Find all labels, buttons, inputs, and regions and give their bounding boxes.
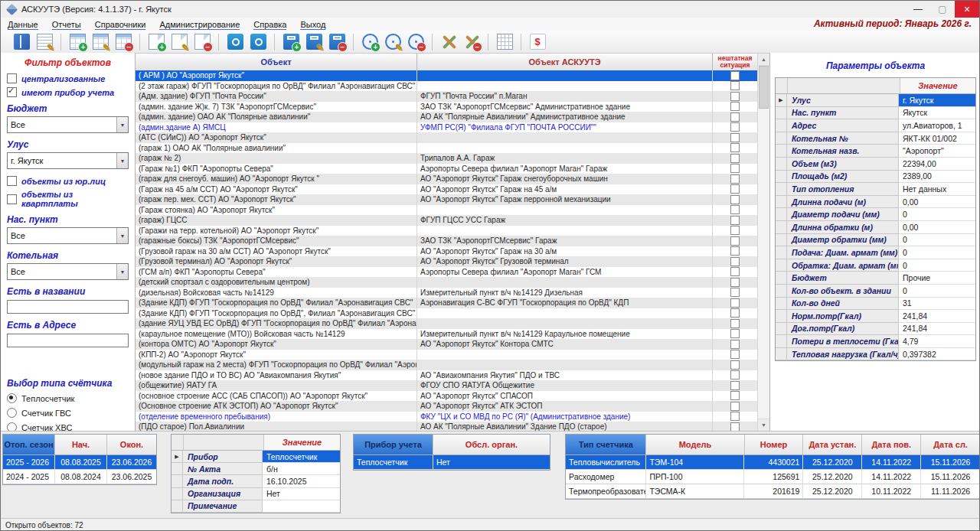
vertical-scrollbar[interactable]: ▲ ▼ <box>757 54 769 431</box>
emergency-checkbox[interactable] <box>730 402 740 411</box>
param-row[interactable]: Объем (м3) 22394,00 <box>776 158 975 171</box>
object-row[interactable]: (гараж для снегоуб. машин) АО "Аэропорт … <box>136 174 757 184</box>
object-row[interactable]: (дизельная) Войсковая часть №14129 Измер… <box>136 288 757 298</box>
emergency-checkbox[interactable] <box>730 174 740 184</box>
object-row[interactable]: (модульный гараж на 2 места) ФГУП "Госко… <box>136 360 757 370</box>
tools-delete-icon[interactable]: − <box>460 31 483 52</box>
finance-dollar-icon[interactable] <box>526 31 549 52</box>
emergency-checkbox[interactable] <box>730 195 740 204</box>
doc-delete-icon[interactable]: − <box>191 31 214 52</box>
device-icon-1[interactable] <box>224 31 247 52</box>
object-row[interactable]: (2 этаж гараж) ФГУП "Госкорпорация по Ор… <box>136 81 757 92</box>
budget-select[interactable]: Все ▾ <box>7 116 129 133</box>
device-prop-row[interactable]: Дата подп. 16.10.2025 <box>172 475 340 487</box>
scroll-down-icon[interactable]: ▼ <box>758 419 769 431</box>
emergency-checkbox[interactable] <box>730 226 740 235</box>
param-value[interactable]: 0,00 <box>899 196 975 209</box>
table-delete-icon[interactable]: − <box>112 31 135 52</box>
object-row[interactable]: (Грузовой терминал) АО "Аэропорт Якутск"… <box>136 256 757 267</box>
object-row[interactable]: (админ.здание А) ЯМСЦ УФМП РС(Я) "Филиал… <box>136 122 757 133</box>
device-prop-row[interactable]: Прибор Теплосчетчик <box>172 451 340 463</box>
device-prop-value[interactable]: Нет <box>263 488 340 500</box>
meter-delete-icon[interactable]: − <box>404 31 427 52</box>
node-delete-icon[interactable]: − <box>325 31 348 52</box>
param-value[interactable]: 2389,00 <box>899 171 975 184</box>
meter-add-icon[interactable]: + <box>358 31 381 52</box>
param-value[interactable]: Прочие <box>899 272 975 285</box>
param-value[interactable]: 31 <box>899 298 975 311</box>
object-row[interactable]: (гараж) ГЦСС ФГУП ГЦСС УСС Гараж <box>136 215 757 226</box>
object-row[interactable]: (основное строение АСС (САБ СПАСОП)) АО … <box>136 391 757 402</box>
param-row[interactable]: Дог.потр(Гкал) 241,84 <box>776 323 975 336</box>
param-row[interactable]: Тепловая нагрузка (Гкал/ч) 0,397382 <box>776 348 975 361</box>
scroll-up-icon[interactable]: ▲ <box>758 54 769 66</box>
menu-item[interactable]: Администрирование <box>152 20 247 29</box>
param-value[interactable]: 0 <box>899 285 975 298</box>
objects-book-icon[interactable] <box>10 31 33 52</box>
scrollbar-thumb[interactable] <box>759 66 769 109</box>
object-row[interactable]: (Основное строение АТК ЭСТОП) АО "Аэропо… <box>136 401 757 412</box>
param-row[interactable]: Подача: Диам. армат (мм) 0 <box>776 246 975 259</box>
season-row[interactable]: 2025 - 2026 08.08.2025 23.06.2026 <box>3 455 156 470</box>
param-row[interactable]: Котельная назв. "Аэропорт" <box>776 145 975 158</box>
param-row[interactable]: Тип отопления Нет данных <box>776 183 975 196</box>
object-row[interactable]: (админ. здание) ОАО АК "Полярные авиалин… <box>136 112 757 122</box>
param-value[interactable]: 0,00 <box>899 221 975 234</box>
menu-item[interactable]: Справочники <box>88 20 153 29</box>
report-grid-icon[interactable] <box>493 31 516 52</box>
checkbox-centralized[interactable]: централизованные <box>7 73 129 83</box>
device-icon-2[interactable] <box>247 31 270 52</box>
device-prop-value[interactable] <box>263 500 340 513</box>
param-value[interactable]: 4,79 <box>899 335 975 348</box>
emergency-checkbox[interactable] <box>730 164 740 173</box>
object-row[interactable]: (АТС (СИиС)) АО "Аэропорт Якутск" <box>136 132 757 143</box>
emergency-checkbox[interactable] <box>730 350 740 359</box>
param-value[interactable]: "Аэропорт" <box>899 145 975 158</box>
doc-add-icon[interactable]: + <box>145 31 168 52</box>
emergency-checkbox[interactable] <box>730 278 740 287</box>
param-value[interactable]: г. Якутск <box>899 94 975 107</box>
object-row[interactable]: (Адм. здание) ФГУП "Почта России" ФГУП "… <box>136 91 757 102</box>
param-row[interactable]: Нас. пункт Якутск <box>776 107 975 120</box>
param-row[interactable]: Адрес ул.Авиаторов, 1 <box>776 119 975 132</box>
emergency-checkbox[interactable] <box>730 257 740 266</box>
service-row[interactable]: Теплосчетчик Нет <box>354 455 550 470</box>
emergency-checkbox[interactable] <box>730 246 740 256</box>
object-row[interactable]: ( АРМ ) АО "Аэропорт Якутск" <box>136 70 757 81</box>
object-row[interactable]: (Здание КДП) ФГУП "Госкорпорация по ОрВД… <box>136 298 757 308</box>
menu-item[interactable]: Выход <box>293 20 332 29</box>
object-row[interactable]: (Гараж стоянка) АО "Аэропорт Якутск" <box>136 205 757 216</box>
device-prop-row[interactable]: Организация Нет <box>172 488 340 500</box>
object-row[interactable]: (гараж пер. мех. ССТ) АО "Аэропорт Якутс… <box>136 194 757 205</box>
counter-row[interactable]: Тепловычислитель ТЭМ-104 4430021 25.12.2… <box>566 455 980 470</box>
object-row[interactable]: (новое здание ПДО и ТО ВС) АО "Авиакомпа… <box>136 370 757 381</box>
table-add-icon[interactable]: + <box>66 31 89 52</box>
param-row[interactable]: Улус г. Якутск <box>776 94 975 107</box>
emergency-checkbox[interactable] <box>730 236 740 246</box>
emergency-checkbox[interactable] <box>730 319 740 328</box>
object-row[interactable]: (отделение временного пребывания) ФКУ "Ц… <box>136 412 757 422</box>
param-row[interactable]: Длинна обратки (м) 0,00 <box>776 221 975 234</box>
emergency-checkbox[interactable] <box>730 308 740 318</box>
node-edit-icon[interactable]: ✎ <box>302 31 325 52</box>
device-prop-value[interactable]: б/н <box>263 463 340 475</box>
emergency-checkbox[interactable] <box>730 102 740 111</box>
emergency-checkbox[interactable] <box>730 216 740 225</box>
object-row[interactable]: (гараж № 2) Трипалов А.А. Гараж <box>136 153 757 164</box>
emergency-checkbox[interactable] <box>730 112 740 122</box>
param-value[interactable]: Нет данных <box>899 183 975 196</box>
checkbox-rent[interactable]: объекты из квартплаты <box>7 190 129 208</box>
menu-item[interactable]: Отчеты <box>45 20 88 29</box>
radio-gvs-meter[interactable]: Счетчик ГВС <box>7 408 129 418</box>
object-row[interactable]: (гаражные боксы) ТЗК "АэропортГСМсервис"… <box>136 236 757 246</box>
object-row[interactable]: (контора ОМТС) АО "Аэропорт Якутск" АО "… <box>136 339 757 350</box>
column-header-counter-type[interactable]: Тип счетчика <box>566 435 646 454</box>
param-row[interactable]: Норм.потр(Гкал) 241,84 <box>776 310 975 323</box>
emergency-checkbox[interactable] <box>730 370 740 380</box>
object-row[interactable]: (Грузовой гараж на 30 а/м ССТ) АО "Аэроп… <box>136 246 757 257</box>
device-prop-value[interactable]: Теплосчетчик <box>263 451 340 463</box>
counter-row[interactable]: Термопреобразователь ТЭСМА-К 201619 25.1… <box>566 484 980 499</box>
param-value[interactable]: 22394,00 <box>899 158 975 171</box>
param-row[interactable]: Потери в теплосети (Гкал) 4,79 <box>776 335 975 348</box>
device-prop-row[interactable]: № Акта б/н <box>172 463 340 475</box>
